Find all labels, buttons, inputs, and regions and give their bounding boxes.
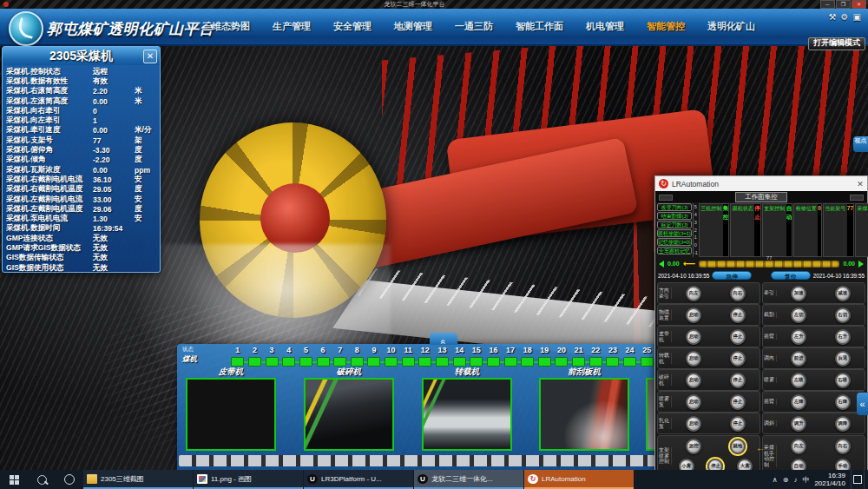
panel-close-icon[interactable]: ✕ [143, 50, 157, 63]
chevron-up-icon[interactable]: ∧ [773, 476, 778, 484]
round-button[interactable]: 加速 [791, 286, 806, 301]
thumbnail-filmstrip[interactable] [179, 455, 655, 466]
camera-video[interactable] [304, 378, 394, 451]
status-square [385, 357, 398, 367]
camera-video[interactable] [539, 378, 629, 451]
telemetry-value: 0.00 [93, 166, 135, 175]
nav-item[interactable]: 生产管理 [273, 20, 311, 33]
round-button[interactable]: 调降 [835, 416, 851, 432]
lr-command-button[interactable]: 记忆使能(J=0) [657, 238, 692, 246]
round-button[interactable]: 左切 [791, 307, 806, 323]
camera-thumbnail[interactable]: 皮带机 [186, 367, 276, 451]
taskbar-app[interactable]: LR3DPlatform - U... [304, 470, 413, 489]
nav-item[interactable]: 三维态势图 [202, 20, 250, 33]
viewpoint-tab[interactable]: 视点 [853, 136, 868, 152]
lr-command-button[interactable]: 跟机使能(J=1) [657, 229, 692, 237]
window-title: 龙软二三维一体化平台 [9, 0, 820, 9]
wrench-icon[interactable]: ⚒ [829, 12, 837, 22]
camera-thumbnail[interactable]: 转载机 [422, 367, 512, 451]
taskbar-app[interactable]: 11.png - 画图 [194, 470, 303, 489]
round-button[interactable]: 停止 [730, 351, 746, 367]
gear-icon[interactable]: ⚙ [841, 12, 849, 22]
nav-item[interactable]: 一通三防 [455, 20, 493, 33]
lr-command-button[interactable]: 改变刀向(J) [657, 203, 692, 211]
round-button[interactable]: 向左 [686, 286, 701, 301]
round-button[interactable]: 向右 [730, 286, 746, 301]
notification-center-button[interactable] [851, 470, 864, 489]
lr-titlebar[interactable]: ↻ LRAutomation ✕ [655, 176, 867, 191]
reset-button[interactable]: 复位 [771, 271, 811, 280]
camera-panel-collapse-button[interactable]: « [430, 333, 457, 345]
shearer-position-bar[interactable]: 77 [699, 261, 839, 268]
status-pair: 三机控制 集控 [699, 203, 730, 257]
round-button[interactable]: 向左 [791, 439, 806, 454]
taskbar-app[interactable]: 龙软二三维一体化... [414, 470, 523, 489]
lr-close-icon[interactable]: ✕ [853, 180, 867, 188]
show-desktop-button[interactable] [864, 470, 868, 489]
round-button[interactable]: 停止 [730, 416, 746, 432]
round-button[interactable]: 右降 [835, 394, 851, 410]
cortana-button[interactable] [56, 470, 83, 489]
panel-collapse-chevron[interactable]: « [857, 393, 868, 415]
support-number: 25 [638, 346, 655, 356]
nav-item[interactable]: 智能管控 [647, 20, 685, 33]
nav-item[interactable]: 地测管理 [394, 20, 432, 33]
lr-command-button[interactable]: 全车跟机记忆 [657, 247, 692, 254]
group-label: 摇臂 [763, 334, 777, 340]
taskbar-app[interactable]: LRAutomation [524, 470, 634, 489]
round-button[interactable]: 启动 [686, 351, 701, 367]
round-button[interactable]: 停止 [730, 307, 746, 323]
edit-mode-button[interactable]: 打开编辑模式 [808, 37, 865, 50]
support-number: 20 [553, 346, 570, 356]
telemetry-row: GIS数据传输状态 无效 [6, 254, 156, 263]
round-button[interactable]: 左升 [791, 329, 806, 345]
telemetry-row: 采煤机.瓦斯浓度 0.00 ppm [6, 165, 156, 175]
round-button[interactable]: 停止 [730, 394, 746, 410]
camera-thumbnail[interactable]: 前刮板机 [539, 367, 629, 451]
support-number: 21 [570, 346, 588, 356]
round-button[interactable]: 调升 [791, 416, 806, 432]
round-button[interactable]: 启动 [686, 307, 701, 323]
round-button[interactable]: 停止 [730, 373, 746, 388]
round-button[interactable]: 就地 [730, 439, 746, 454]
start-button[interactable] [0, 470, 28, 489]
round-button[interactable]: 左喷 [791, 373, 806, 388]
nav-item[interactable]: 智能工作面 [516, 20, 563, 33]
round-button[interactable]: 右喷 [835, 373, 851, 388]
round-button[interactable]: 向右 [835, 439, 851, 454]
display-icon[interactable]: ▣ [853, 12, 861, 22]
round-button[interactable]: 启动 [686, 329, 701, 345]
minimize-button[interactable]: ─ [820, 0, 835, 9]
round-button[interactable]: 启动 [686, 373, 701, 388]
camera-video[interactable] [422, 378, 512, 451]
language-indicator[interactable]: 中 [802, 475, 809, 485]
nav-item[interactable]: 机电管理 [586, 20, 624, 33]
round-button[interactable]: 远控 [686, 439, 701, 454]
tab-face-control[interactable]: 工作面集控 [735, 192, 787, 202]
nav-item[interactable]: 安全管理 [333, 20, 372, 33]
nav-item[interactable]: 透明化矿山 [707, 20, 755, 33]
camera-video[interactable] [186, 378, 276, 451]
round-button[interactable]: 启动 [686, 394, 701, 410]
taskbar-app[interactable]: 2305三维截图 [83, 470, 193, 489]
network-icon[interactable]: ⊕ [783, 476, 789, 484]
maximize-button[interactable]: ❐ [836, 0, 851, 9]
camera-thumbnail[interactable]: 破碎机 [304, 367, 394, 451]
estop-button[interactable]: 急停 [712, 271, 752, 280]
round-button[interactable]: 右切 [835, 307, 851, 323]
lr-command-button[interactable]: 结束割煤(J) [657, 212, 692, 220]
round-button[interactable]: 左降 [791, 394, 806, 410]
close-button[interactable]: ✕ [852, 0, 866, 9]
round-button[interactable]: 减速 [835, 286, 851, 301]
round-button[interactable]: 前进 [791, 351, 806, 367]
lr-status-table2: 采煤控制 运转 数据状态 有效 运行状态 左行 指令速度 2.24 牵引速度 0… [855, 203, 868, 257]
round-button[interactable]: 停止 [730, 329, 746, 345]
app-label: 龙软二三维一体化... [431, 474, 493, 484]
volume-icon[interactable]: ♪ [793, 476, 797, 484]
round-button[interactable]: 启动 [686, 416, 701, 432]
round-button[interactable]: 后退 [835, 351, 851, 367]
search-button[interactable] [28, 470, 56, 489]
round-button[interactable]: 右升 [835, 329, 851, 345]
taskbar-clock[interactable]: 16:39 2021/4/10 [814, 470, 851, 489]
lr-command-button[interactable]: 标定刀数(J) [657, 221, 692, 228]
